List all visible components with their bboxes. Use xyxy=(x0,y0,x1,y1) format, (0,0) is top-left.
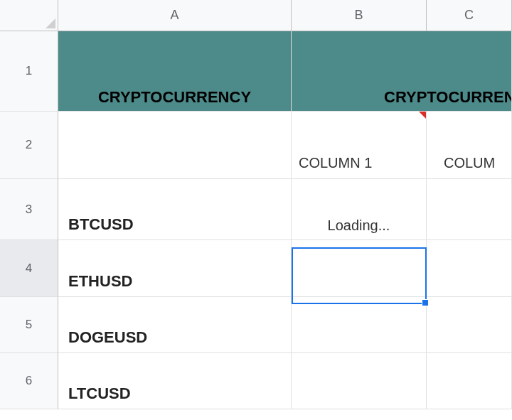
row-header-6[interactable]: 6 xyxy=(0,353,58,409)
cell-b1[interactable]: CRYPTOCURREN xyxy=(292,31,512,112)
cell-c4[interactable] xyxy=(427,240,512,297)
cell-a2[interactable] xyxy=(58,112,292,179)
spreadsheet-grid: A B C 1 CRYPTOCURRENCY CRYPTOCURREN 2 CO… xyxy=(0,0,512,409)
row-header-5[interactable]: 5 xyxy=(0,297,58,353)
row-header-2[interactable]: 2 xyxy=(0,112,58,179)
cell-b3[interactable]: Loading... xyxy=(292,179,427,240)
row-header-3[interactable]: 3 xyxy=(0,179,58,240)
cell-b6[interactable] xyxy=(292,353,427,409)
cell-c3[interactable] xyxy=(427,179,512,240)
cell-c5[interactable] xyxy=(427,297,512,353)
col-header-b[interactable]: B xyxy=(292,0,427,31)
cell-b5[interactable] xyxy=(292,297,427,353)
cell-b2-text: COLUMN 1 xyxy=(299,155,372,171)
select-all-corner[interactable] xyxy=(0,0,58,31)
note-indicator-icon xyxy=(419,112,426,119)
col-header-c[interactable]: C xyxy=(427,0,512,31)
cell-c2[interactable]: COLUM xyxy=(427,112,512,179)
cell-c6[interactable] xyxy=(427,353,512,409)
row-header-4[interactable]: 4 xyxy=(0,240,58,297)
cell-a1[interactable]: CRYPTOCURRENCY xyxy=(58,31,292,112)
col-header-a[interactable]: A xyxy=(58,0,292,31)
cell-a4[interactable]: ETHUSD xyxy=(58,240,292,297)
cell-a3[interactable]: BTCUSD xyxy=(58,179,292,240)
row-header-1[interactable]: 1 xyxy=(0,31,58,112)
cell-b4[interactable] xyxy=(292,240,427,297)
cell-a6[interactable]: LTCUSD xyxy=(58,353,292,409)
cell-b2[interactable]: COLUMN 1 xyxy=(292,112,427,179)
cell-a5[interactable]: DOGEUSD xyxy=(58,297,292,353)
